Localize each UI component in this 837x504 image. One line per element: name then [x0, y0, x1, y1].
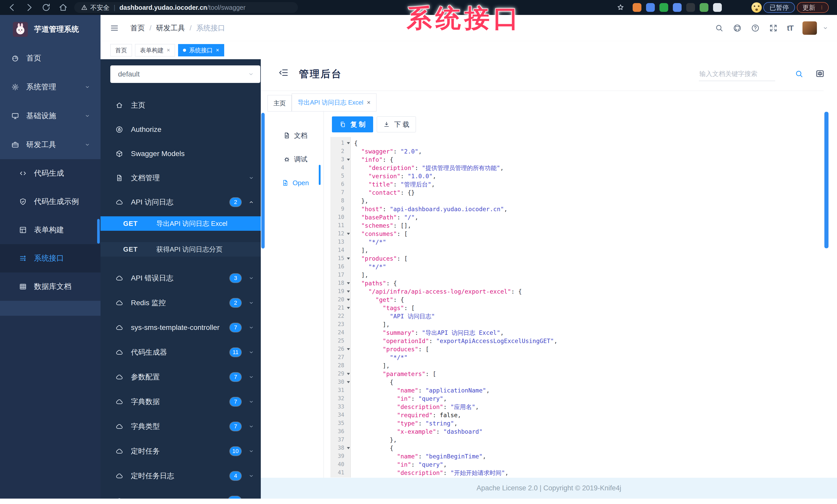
browser-extension-icon[interactable] — [686, 3, 695, 12]
language-icon[interactable] — [815, 69, 825, 78]
swagger-menu-item[interactable]: 字典类型7 — [101, 414, 261, 439]
swagger-menu-item[interactable]: 参数配置7 — [101, 365, 261, 389]
browser-extension-icon[interactable] — [700, 3, 708, 12]
app-submenu-item[interactable]: 数据库文档 — [0, 273, 101, 301]
swagger-menu-item[interactable]: 字典数据7 — [101, 389, 261, 414]
browser-update-button[interactable]: 更新 — [797, 2, 829, 13]
swagger-menu-item[interactable]: API 错误日志3 — [101, 266, 261, 291]
fold-arrow-icon[interactable] — [347, 299, 350, 301]
swagger-menu-item[interactable]: 主页 — [101, 93, 261, 117]
fold-arrow-icon[interactable] — [347, 381, 350, 383]
swagger-menu-item[interactable]: Redis 监控2 — [101, 291, 261, 315]
swagger-menu-item[interactable] — [101, 488, 261, 499]
fold-arrow-icon[interactable] — [347, 373, 350, 375]
help-icon[interactable] — [751, 24, 760, 33]
browser-extension-icon[interactable] — [646, 3, 655, 12]
fold-arrow-icon[interactable] — [347, 282, 350, 284]
swagger-menu-item[interactable]: API 访问日志2 — [101, 190, 261, 214]
app-logo[interactable]: 芋道管理系统 — [0, 15, 101, 44]
swagger-menu-item[interactable]: sys-sms-template-controller7 — [101, 315, 261, 340]
fold-arrow-icon[interactable] — [347, 233, 350, 235]
fold-arrow-icon[interactable] — [347, 158, 350, 161]
swagger-menu-item[interactable]: Swagger Models — [101, 142, 261, 166]
avatar-caret-icon[interactable] — [823, 25, 828, 31]
github-icon[interactable] — [733, 24, 742, 33]
browser-extension-icon[interactable] — [633, 3, 641, 12]
line-number-text: 4 — [341, 165, 344, 171]
close-icon[interactable]: × — [367, 99, 371, 106]
app-menu-item[interactable]: 研发工具 — [0, 130, 101, 159]
fullscreen-icon[interactable] — [769, 24, 778, 33]
app-menu-item[interactable]: 基础设施 — [0, 101, 101, 130]
content-scrollbar-thumb[interactable] — [824, 112, 829, 248]
fold-arrow-icon[interactable] — [347, 142, 350, 144]
fold-arrow-icon[interactable] — [347, 258, 350, 260]
breadcrumb-item[interactable]: 首页 — [130, 23, 145, 33]
code-token: "contact" — [368, 189, 400, 196]
browser-extension-icon[interactable] — [673, 3, 682, 12]
swagger-menu-item[interactable]: 代码生成器11 — [101, 340, 261, 365]
sidebar-toggle-icon[interactable] — [110, 23, 119, 33]
code-line: "info": { — [354, 155, 823, 164]
code-line: "name": "beginBeginTime", — [354, 452, 823, 461]
app-submenu-item[interactable]: 表单构建 — [0, 216, 101, 244]
code-token: , — [454, 420, 458, 427]
code-token — [354, 222, 361, 229]
bookmark-star-icon[interactable] — [617, 3, 625, 12]
close-icon[interactable]: × — [167, 47, 170, 54]
browser-extension-icon[interactable] — [659, 3, 668, 12]
app-submenu-item[interactable]: 代码生成 — [0, 159, 101, 187]
app-sidebar-scrollbar-thumb[interactable] — [97, 219, 100, 244]
code-line: ], — [354, 320, 823, 329]
browser-menu-dots-icon[interactable] — [819, 5, 825, 10]
doc-tab[interactable]: 主页 — [267, 95, 292, 112]
browser-extension-icon[interactable] — [713, 3, 722, 12]
swagger-menu-item[interactable]: Authorize — [101, 117, 261, 142]
json-code-editor[interactable]: 1234567891011121314151617181920212223242… — [331, 137, 823, 478]
vtab-文档[interactable]: 文档 — [268, 124, 323, 147]
doc-search-input[interactable] — [699, 69, 775, 81]
code-token: "produces" — [361, 255, 397, 262]
browser-address-bar[interactable]: 不安全 | dashboard.yudao.iocoder.cn/tool/sw… — [74, 2, 298, 13]
swagger-menu-item[interactable]: 定时任务10 — [101, 439, 261, 464]
fold-arrow-icon[interactable] — [347, 307, 350, 309]
app-submenu-item[interactable]: 系统接口 — [0, 244, 101, 273]
app-submenu-item[interactable]: 代码生成示例 — [0, 187, 101, 216]
browser-back-icon[interactable] — [7, 3, 17, 12]
line-number: 5 — [331, 172, 351, 180]
fold-arrow-icon[interactable] — [347, 348, 350, 350]
profile-paused-badge[interactable]: 已暂停 — [763, 2, 795, 13]
user-avatar[interactable] — [802, 21, 817, 35]
doc-collapse-icon[interactable] — [278, 68, 289, 78]
search-icon[interactable] — [715, 24, 724, 33]
tag-active[interactable]: 系统接口× — [178, 44, 224, 56]
app-menu-item[interactable]: 系统管理 — [0, 73, 101, 101]
browser-reload-icon[interactable] — [41, 3, 51, 12]
api-operation-row[interactable]: GET导出API 访问日志 Excel — [101, 216, 261, 231]
swagger-menu-item[interactable]: 定时任务日志4 — [101, 464, 261, 488]
tag-item[interactable]: 表单构建× — [135, 44, 175, 56]
api-group-select[interactable]: default — [110, 66, 260, 83]
vtab-调试[interactable]: 调试 — [268, 147, 323, 171]
browser-profile-avatar[interactable] — [751, 2, 762, 13]
swagger-menu-item[interactable]: 文档管理 — [101, 166, 261, 190]
font-size-icon[interactable]: tT — [787, 24, 793, 33]
doc-search-icon[interactable] — [795, 70, 803, 78]
copy-button[interactable]: 复 制 — [332, 116, 373, 132]
app-menu-item[interactable]: 首页 — [0, 44, 101, 73]
doc-tab[interactable]: 导出API 访问日志 Excel× — [292, 93, 376, 112]
browser-forward-icon[interactable] — [24, 3, 34, 12]
code-token: "operationId" — [383, 338, 429, 344]
swagger-item-label: 文档管理 — [131, 173, 160, 183]
browser-home-icon[interactable] — [58, 3, 68, 12]
close-icon[interactable]: × — [216, 47, 219, 54]
vtab-open[interactable]: Open — [268, 171, 323, 195]
fold-arrow-icon[interactable] — [347, 447, 350, 449]
download-button[interactable]: 下 载 — [377, 116, 416, 132]
fold-arrow-icon[interactable] — [347, 291, 350, 293]
api-operation-row[interactable]: GET获得API 访问日志分页 — [101, 242, 261, 257]
swagger-sidebar-scrollbar-thumb[interactable] — [261, 113, 265, 248]
code-token: "string" — [425, 420, 454, 427]
tag-item[interactable]: 首页 — [110, 44, 132, 56]
breadcrumb-item[interactable]: 研发工具 — [156, 23, 185, 33]
